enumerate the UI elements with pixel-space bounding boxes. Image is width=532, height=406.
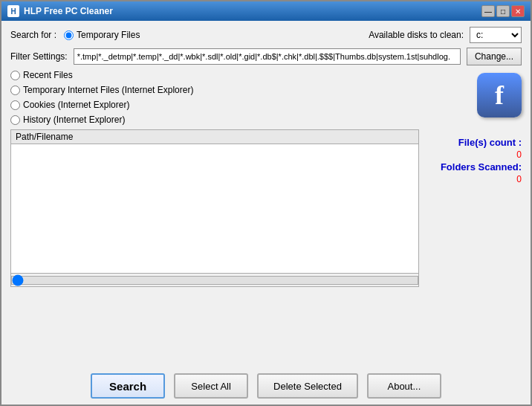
window-title: HLP Free PC Cleaner <box>24 6 113 16</box>
recent-files-option[interactable]: Recent Files <box>10 70 471 80</box>
horizontal-scrollbar[interactable] <box>11 276 418 285</box>
title-bar: H HLP Free PC Cleaner — □ ✕ <box>1 1 531 21</box>
temp-internet-label: Temporary Internet Files (Internet Explo… <box>23 85 193 95</box>
recent-files-label: Recent Files <box>23 70 73 80</box>
cookies-radio[interactable] <box>10 100 20 110</box>
filter-row: Filter Settings: Change... <box>10 48 522 65</box>
files-count-value: 0 <box>516 149 522 160</box>
folders-scanned-value: 0 <box>516 174 522 184</box>
recent-files-radio[interactable] <box>10 71 20 80</box>
temp-internet-radio[interactable] <box>10 86 20 95</box>
content-area: Search for : Temporary Files Available d… <box>1 21 531 366</box>
history-option[interactable]: History (Internet Explorer) <box>10 115 471 125</box>
facebook-button[interactable]: f <box>477 73 522 117</box>
files-count-label: File(s) count : <box>458 137 522 148</box>
maximize-button[interactable]: □ <box>496 5 510 17</box>
title-bar-left: H HLP Free PC Cleaner <box>7 5 113 17</box>
search-for-row: Search for : Temporary Files Available d… <box>10 27 522 43</box>
filter-input[interactable] <box>74 48 461 65</box>
window-controls: — □ ✕ <box>481 5 525 17</box>
available-disks-label: Available disks to clean: <box>369 30 464 40</box>
scrollbar-area <box>10 274 419 287</box>
search-button[interactable]: Search <box>91 373 165 399</box>
temporary-files-option[interactable]: Temporary Files <box>64 30 140 40</box>
history-label: History (Internet Explorer) <box>23 115 125 125</box>
facebook-area: f <box>477 70 522 125</box>
stats-section: File(s) count : 0 Folders Scanned: 0 <box>441 137 522 184</box>
disk-select[interactable]: c: d: e: <box>470 27 522 43</box>
cookies-option[interactable]: Cookies (Internet Explorer) <box>10 100 471 110</box>
column-header: Path/Filename <box>16 132 73 142</box>
main-window: H HLP Free PC Cleaner — □ ✕ Search for :… <box>0 0 532 406</box>
search-for-label: Search for : <box>10 30 56 40</box>
available-disks-section: Available disks to clean: c: d: e: <box>369 27 522 43</box>
minimize-button[interactable]: — <box>481 5 495 17</box>
close-button[interactable]: ✕ <box>511 5 525 17</box>
file-list-header: Path/Filename <box>10 129 419 144</box>
file-list[interactable] <box>10 144 419 274</box>
select-all-button[interactable]: Select All <box>174 373 248 399</box>
buttons-row: Search Select All Delete Selected About.… <box>1 366 531 405</box>
temporary-files-radio[interactable] <box>64 30 74 40</box>
cookies-label: Cookies (Internet Explorer) <box>23 100 129 110</box>
change-button[interactable]: Change... <box>467 48 522 65</box>
options-left: Recent Files Temporary Internet Files (I… <box>10 70 471 125</box>
filter-label: Filter Settings: <box>10 51 68 62</box>
main-area: Path/Filename File(s) count : 0 Folders … <box>10 129 522 360</box>
app-icon: H <box>7 5 19 17</box>
temporary-files-label: Temporary Files <box>77 30 140 40</box>
folders-scanned-label: Folders Scanned: <box>441 161 522 173</box>
file-list-area: Path/Filename <box>10 129 419 360</box>
delete-selected-button[interactable]: Delete Selected <box>257 373 358 399</box>
history-radio[interactable] <box>10 115 20 125</box>
temp-internet-files-option[interactable]: Temporary Internet Files (Internet Explo… <box>10 85 471 95</box>
options-area: Recent Files Temporary Internet Files (I… <box>10 70 522 125</box>
about-button[interactable]: About... <box>367 373 441 399</box>
right-panel: File(s) count : 0 Folders Scanned: 0 <box>425 129 522 360</box>
